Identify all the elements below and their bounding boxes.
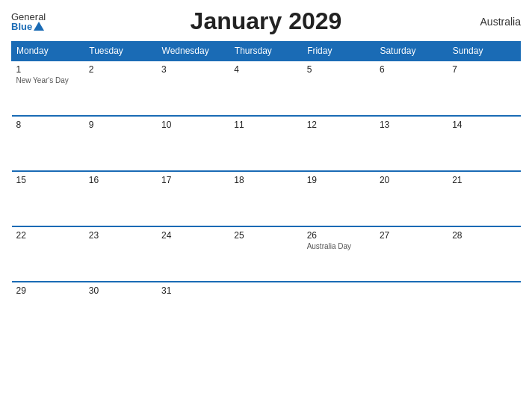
weekday-header-row: Monday Tuesday Wednesday Thursday Friday… (12, 42, 521, 61)
calendar-cell-w2-d6: 13 (375, 116, 448, 171)
day-number: 31 (161, 285, 225, 296)
holiday-name: Australia Day (307, 242, 371, 250)
week-row-1: 1New Year's Day234567 (12, 61, 521, 116)
calendar-cell-w1-d4: 4 (229, 61, 302, 116)
week-row-2: 891011121314 (12, 116, 521, 171)
day-number: 4 (234, 64, 297, 75)
day-number: 6 (380, 64, 443, 75)
calendar-header: General Blue January 2029 Australia (11, 7, 521, 35)
day-number: 15 (16, 175, 80, 185)
day-number: 23 (89, 230, 152, 241)
day-number: 25 (234, 230, 297, 241)
day-number: 3 (161, 64, 225, 75)
day-number: 29 (16, 285, 80, 296)
calendar-cell-w5-d7 (448, 282, 520, 330)
calendar-cell-w3-d4: 18 (229, 171, 302, 226)
calendar-cell-w4-d3: 24 (157, 226, 229, 282)
week-row-5: 293031 (12, 282, 521, 330)
calendar-cell-w3-d6: 20 (375, 171, 448, 226)
header-saturday: Saturday (375, 42, 448, 61)
day-number: 10 (161, 120, 225, 130)
calendar-cell-w5-d5 (303, 282, 375, 330)
calendar-cell-w1-d2: 2 (84, 61, 157, 116)
calendar-cell-w4-d4: 25 (229, 226, 302, 282)
calendar-title: January 2029 (191, 7, 342, 35)
calendar-cell-w4-d2: 23 (84, 226, 157, 282)
logo-triangle-icon (34, 22, 44, 31)
day-number: 17 (161, 175, 225, 185)
day-number: 30 (89, 285, 152, 296)
day-number: 16 (89, 175, 152, 185)
logo: General Blue (11, 12, 46, 31)
calendar-cell-w4-d5: 26Australia Day (303, 226, 375, 282)
day-number: 2 (89, 64, 152, 75)
calendar-cell-w3-d2: 16 (84, 171, 157, 226)
calendar-cell-w1-d6: 6 (375, 61, 448, 116)
calendar-cell-w2-d4: 11 (229, 116, 302, 171)
calendar-cell-w1-d3: 3 (157, 61, 229, 116)
day-number: 26 (307, 230, 371, 241)
day-number: 14 (452, 120, 516, 130)
calendar-cell-w5-d3: 31 (157, 282, 229, 330)
calendar-grid: Monday Tuesday Wednesday Thursday Friday… (11, 41, 521, 330)
holiday-name: New Year's Day (16, 76, 80, 84)
calendar-cell-w3-d3: 17 (157, 171, 229, 226)
day-number: 19 (307, 175, 371, 185)
calendar-cell-w4-d7: 28 (448, 226, 520, 282)
calendar-cell-w3-d5: 19 (303, 171, 375, 226)
calendar-cell-w1-d1: 1New Year's Day (12, 61, 84, 116)
calendar-cell-w4-d1: 22 (12, 226, 84, 282)
calendar-cell-w2-d2: 9 (84, 116, 157, 171)
calendar-cell-w1-d5: 5 (303, 61, 375, 116)
day-number: 18 (234, 175, 297, 185)
header-monday: Monday (12, 42, 84, 61)
calendar-cell-w5-d1: 29 (12, 282, 84, 330)
calendar-cell-w2-d3: 10 (157, 116, 229, 171)
logo-blue-text: Blue (11, 22, 44, 31)
country-label: Australia (480, 16, 521, 28)
calendar-cell-w2-d5: 12 (303, 116, 375, 171)
day-number: 9 (89, 120, 152, 130)
header-friday: Friday (303, 42, 375, 61)
week-row-4: 2223242526Australia Day2728 (12, 226, 521, 282)
calendar-cell-w3-d7: 21 (448, 171, 520, 226)
day-number: 12 (307, 120, 371, 130)
calendar-cell-w2-d1: 8 (12, 116, 84, 171)
header-tuesday: Tuesday (84, 42, 157, 61)
calendar-cell-w5-d2: 30 (84, 282, 157, 330)
calendar-cell-w5-d6 (375, 282, 448, 330)
day-number: 11 (234, 120, 297, 130)
day-number: 24 (161, 230, 225, 241)
calendar-container: General Blue January 2029 Australia Mond… (0, 0, 532, 411)
day-number: 28 (452, 230, 516, 241)
day-number: 7 (452, 64, 516, 75)
calendar-cell-w3-d1: 15 (12, 171, 84, 226)
header-wednesday: Wednesday (157, 42, 229, 61)
calendar-cell-w5-d4 (229, 282, 302, 330)
calendar-cell-w1-d7: 7 (448, 61, 520, 116)
day-number: 22 (16, 230, 80, 241)
day-number: 1 (16, 64, 80, 75)
day-number: 5 (307, 64, 371, 75)
calendar-cell-w4-d6: 27 (375, 226, 448, 282)
calendar-cell-w2-d7: 14 (448, 116, 520, 171)
header-thursday: Thursday (229, 42, 302, 61)
day-number: 20 (380, 175, 443, 185)
header-sunday: Sunday (448, 42, 520, 61)
day-number: 21 (452, 175, 516, 185)
day-number: 8 (16, 120, 80, 130)
day-number: 27 (380, 230, 443, 241)
day-number: 13 (380, 120, 443, 130)
week-row-3: 15161718192021 (12, 171, 521, 226)
